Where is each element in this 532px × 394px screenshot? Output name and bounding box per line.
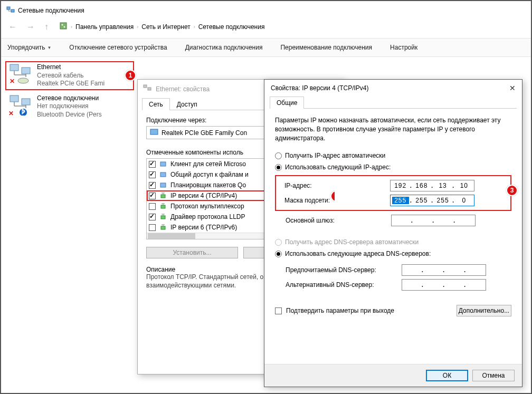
install-button[interactable]: Установить...: [146, 247, 238, 258]
validate-checkbox-row[interactable]: Подтвердить параметры при выходе Дополни…: [275, 305, 511, 316]
svg-rect-6: [22, 68, 30, 74]
ip-address-input[interactable]: 192. 168. 13. 10: [390, 180, 474, 191]
connection-device: Realtek PCIe GbE Fami: [37, 80, 104, 88]
organize-menu[interactable]: Упорядочить▼: [6, 42, 52, 53]
step-badge-1: 1: [125, 70, 136, 81]
share-icon: [159, 170, 167, 179]
diagnose-button[interactable]: Диагностика подключения: [184, 42, 264, 53]
component-label: Планировщик пакетов Qo: [170, 181, 246, 189]
svg-rect-18: [160, 183, 166, 187]
nav-up-icon[interactable]: ↑: [42, 22, 51, 32]
window-title: Сетевые подключения: [18, 7, 84, 14]
control-panel-icon: [59, 22, 68, 32]
advanced-button[interactable]: Дополнительно...: [457, 305, 511, 316]
connection-status: Нет подключения: [37, 102, 102, 111]
checkbox-icon: [275, 307, 282, 314]
ok-button[interactable]: ОК: [426, 370, 468, 381]
dns1-label: Предпочитаемый DNS-сервер:: [286, 266, 396, 274]
bluetooth-adapter-icon: ✕: [7, 94, 33, 116]
checkbox-icon[interactable]: [149, 193, 156, 199]
component-label: IP версии 4 (TCP/IPv4): [170, 192, 237, 199]
radio-manual-dns[interactable]: Использовать следующие адреса DNS-сервер…: [275, 248, 511, 260]
network-icon: [143, 84, 151, 94]
checkbox-icon[interactable]: [149, 182, 156, 189]
proto-icon: [159, 223, 167, 232]
close-icon[interactable]: ✕: [509, 84, 516, 92]
dns1-input[interactable]: ...: [402, 264, 486, 276]
gateway-label: Основной шлюз:: [286, 217, 386, 224]
cancel-button[interactable]: Отмена: [472, 370, 515, 381]
qos-icon: [159, 181, 167, 189]
dialog-title-text: Свойства: IP версии 4 (TCP/IPv4): [271, 84, 369, 92]
breadcrumb-item[interactable]: Панель управления: [75, 23, 134, 31]
disable-device-button[interactable]: Отключение сетевого устройства: [68, 42, 168, 53]
settings-button[interactable]: Настройк: [389, 42, 419, 53]
dialog-body: Параметры IP можно назначать автоматичес…: [264, 109, 522, 324]
chevron-right-icon: ›: [137, 24, 138, 30]
connection-text: Ethernet Сетевой кабель Realtek PCIe GbE…: [37, 63, 104, 88]
svg-point-8: [18, 78, 28, 83]
svg-rect-22: [161, 226, 165, 229]
checkbox-icon[interactable]: [149, 203, 156, 210]
radio-auto-dns: Получить адрес DNS-сервера автоматически: [275, 236, 511, 248]
subnet-mask-input[interactable]: 255. 255. 255. 0: [390, 195, 474, 206]
svg-rect-0: [7, 7, 10, 9]
nav-forward-icon[interactable]: →: [24, 22, 37, 32]
tab-general[interactable]: Общие: [270, 97, 304, 109]
proto-icon: [159, 202, 167, 210]
rename-button[interactable]: Переименование подключения: [279, 42, 373, 53]
checkbox-icon[interactable]: [149, 161, 156, 168]
svg-rect-20: [161, 205, 165, 208]
nav-back-icon[interactable]: ←: [6, 22, 19, 32]
ipv4-properties-dialog: Свойства: IP версии 4 (TCP/IPv4) ✕ Общие…: [264, 79, 522, 387]
tab-access[interactable]: Доступ: [170, 98, 204, 110]
tab-network[interactable]: Сеть: [142, 98, 170, 110]
chevron-down-icon: ▼: [47, 45, 51, 50]
radio-manual-ip[interactable]: Использовать следующий IP-адрес:: [275, 161, 511, 173]
component-label: IP версии 6 (TCP/IPv6): [170, 224, 237, 231]
component-label: Клиент для сетей Microso: [170, 160, 246, 168]
svg-rect-10: [22, 99, 30, 105]
svg-rect-5: [10, 64, 18, 71]
breadcrumb[interactable]: › Панель управления › Сеть и Интернет › …: [56, 21, 268, 33]
nav-row: ← → ↑ › Панель управления › Сеть и Интер…: [1, 20, 531, 38]
checkbox-icon[interactable]: [149, 171, 156, 178]
ethernet-adapter-icon: ✕: [7, 63, 33, 84]
dialog-footer: ОК Отмена: [264, 364, 522, 387]
toolbar: Упорядочить▼ Отключение сетевого устройс…: [1, 38, 531, 57]
dns2-input[interactable]: ...: [402, 279, 486, 291]
tabs: Общие: [270, 97, 517, 109]
proto-icon: [159, 191, 167, 200]
chevron-right-icon: ›: [194, 24, 195, 30]
svg-rect-19: [161, 195, 165, 198]
svg-rect-21: [161, 216, 165, 219]
checkbox-icon[interactable]: [149, 224, 156, 231]
radio-icon: [275, 164, 282, 171]
connection-text: Сетевое подключени Нет подключения Bluet…: [37, 94, 102, 119]
connection-status: Сетевой кабель: [37, 72, 104, 80]
client-icon: [159, 160, 167, 168]
connection-bluetooth[interactable]: ✕ Сетевое подключени Нет подключения Blu…: [5, 92, 134, 121]
svg-rect-15: [150, 129, 158, 134]
breadcrumb-item[interactable]: Сеть и Интернет: [141, 23, 190, 31]
connection-device: Bluetooth Device (Pers: [37, 111, 102, 119]
validate-label: Подтвердить параметры при выходе: [286, 307, 394, 314]
radio-auto-ip[interactable]: Получить IP-адрес автоматически: [275, 150, 511, 161]
checkbox-icon[interactable]: [149, 214, 156, 220]
svg-rect-16: [160, 162, 166, 166]
subnet-mask-label: Маска подсети:: [284, 197, 385, 204]
proto-icon: [159, 213, 167, 221]
chevron-right-icon: ›: [71, 24, 72, 30]
svg-rect-17: [160, 172, 166, 177]
info-text: Параметры IP можно назначать автоматичес…: [275, 116, 511, 142]
ip-address-label: IP-адрес:: [284, 182, 385, 189]
svg-point-3: [62, 24, 63, 26]
radio-icon: [275, 152, 282, 159]
adapter-name: Realtek PCIe GbE Family Con: [162, 129, 247, 137]
dns2-label: Альтернативный DNS-сервер:: [286, 281, 396, 289]
connection-list: ✕ Ethernet Сетевой кабель Realtek PCIe G…: [1, 57, 138, 128]
breadcrumb-item[interactable]: Сетевые подключения: [198, 23, 265, 31]
gateway-input[interactable]: ...: [391, 215, 476, 226]
connection-ethernet[interactable]: ✕ Ethernet Сетевой кабель Realtek PCIe G…: [5, 61, 134, 90]
svg-point-4: [64, 26, 65, 28]
